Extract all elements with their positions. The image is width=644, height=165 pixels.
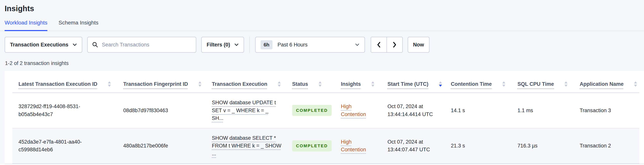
column-header-sql-cpu-time[interactable]: SQL CPU Time	[511, 71, 574, 93]
column-header-status[interactable]: Status	[286, 71, 335, 93]
sort-icon[interactable]	[634, 81, 638, 87]
tab-bar: Workload Insights Schema Insights	[0, 20, 644, 31]
column-header-application-name[interactable]: Application Name	[574, 71, 640, 93]
column-header-fingerprint-id[interactable]: Transaction Fingerprint ID	[117, 71, 206, 93]
column-header-transaction-execution[interactable]: Transaction Execution	[206, 71, 286, 93]
sort-icon[interactable]	[108, 81, 111, 87]
sort-icon[interactable]	[198, 81, 202, 87]
cell-insights: High Contention	[335, 93, 381, 128]
chevron-down-icon	[355, 43, 360, 46]
chevron-right-icon	[392, 42, 397, 48]
page-title: Insights	[4, 3, 644, 14]
results-count: 1-2 of 2 transaction insights	[5, 60, 644, 66]
filters-dropdown[interactable]: Filters (0)	[201, 37, 244, 53]
column-label: Contention Time	[451, 81, 492, 87]
transaction-insights-table: Latest Transaction Execution ID Transact…	[12, 71, 640, 164]
toolbar: Transaction Executions Filters (0) 6h Pa…	[4, 37, 640, 53]
status-badge: COMPLETED	[292, 140, 332, 151]
sort-icon[interactable]	[564, 81, 568, 87]
now-button-label: Now	[413, 42, 424, 48]
sort-icon[interactable]	[277, 81, 281, 87]
time-window-pager	[371, 37, 403, 53]
cell-latest-execution-id: 328729d2-ff19-4408-8531-b05a5b4e43c7	[12, 93, 117, 128]
column-label: Latest Transaction Execution ID	[18, 81, 98, 87]
cell-application-name: Transaction 3	[574, 93, 640, 128]
sort-icon[interactable]	[318, 81, 322, 87]
column-header-start-time[interactable]: Start Time (UTC)	[381, 71, 445, 93]
sort-icon-active-desc[interactable]	[438, 81, 442, 87]
cell-contention-time: 21.3 s	[445, 128, 511, 164]
table-row: 452da3e7-e7fa-4801-aa40-c59988d14eb6 480…	[12, 128, 640, 164]
column-label: Transaction Fingerprint ID	[123, 81, 188, 87]
chevron-down-icon	[72, 43, 77, 46]
transaction-execution-link[interactable]: SHOW database UPDATE t SET v = _ WHERE k…	[212, 100, 276, 121]
cell-sql-cpu-time: 716.3 µs	[511, 128, 574, 164]
chevron-left-icon	[377, 42, 381, 48]
tab-workload-insights[interactable]: Workload Insights	[4, 20, 48, 31]
insights-table-card: Latest Transaction Execution ID Transact…	[4, 71, 644, 164]
table-header-row: Latest Transaction Execution ID Transact…	[12, 71, 640, 93]
search-input[interactable]	[102, 42, 192, 48]
column-label: SQL CPU Time	[518, 81, 554, 87]
cell-insights: High Contention	[335, 128, 381, 164]
cell-start-time: Oct 07, 2024 at 13:44:14.4414 UTC	[381, 93, 445, 128]
cell-transaction-execution: SHOW database SELECT * FROM t WHERE k = …	[206, 128, 286, 164]
cell-contention-time: 14.1 s	[445, 93, 511, 128]
insight-link[interactable]: High Contention	[341, 138, 377, 154]
cell-start-time: Oct 07, 2024 at 13:44:07.447 UTC	[381, 128, 445, 164]
table-row: 328729d2-ff19-4408-8531-b05a5b4e43c7 08d…	[12, 93, 640, 128]
time-range-label: Past 6 Hours	[278, 42, 308, 48]
now-button[interactable]: Now	[408, 37, 430, 53]
search-box[interactable]	[87, 37, 196, 53]
column-label: Insights	[341, 81, 361, 87]
page-header: Insights	[0, 0, 644, 14]
chevron-down-icon	[234, 43, 238, 46]
column-label: Status	[292, 81, 308, 87]
search-icon	[92, 42, 98, 48]
time-range-picker[interactable]: 6h Past 6 Hours	[255, 37, 365, 53]
column-label: Application Name	[580, 81, 624, 87]
column-header-insights[interactable]: Insights	[335, 71, 381, 93]
cell-transaction-execution: SHOW database UPDATE t SET v = _ WHERE k…	[206, 93, 286, 128]
tab-schema-insights[interactable]: Schema Insights	[58, 20, 98, 31]
transaction-execution-link[interactable]: SHOW database SELECT * FROM t WHERE k = …	[212, 135, 281, 156]
filters-label: Filters (0)	[207, 42, 230, 48]
column-header-latest-execution-id[interactable]: Latest Transaction Execution ID	[12, 71, 117, 93]
toolbar-divider	[250, 37, 250, 53]
column-label: Start Time (UTC)	[388, 81, 428, 87]
cell-latest-execution-id: 452da3e7-e7fa-4801-aa40-c59988d14eb6	[12, 128, 117, 164]
insight-link[interactable]: High Contention	[341, 103, 377, 118]
cell-status: COMPLETED	[286, 93, 335, 128]
execution-type-dropdown[interactable]: Transaction Executions	[4, 37, 82, 53]
column-label: Transaction Execution	[212, 81, 267, 87]
previous-time-window-button[interactable]	[371, 37, 387, 52]
status-badge: COMPLETED	[292, 105, 332, 116]
cell-fingerprint-id: 08d8b7d97f830463	[117, 93, 206, 128]
sort-icon[interactable]	[371, 81, 375, 87]
insights-page: Insights Workload Insights Schema Insigh…	[0, 0, 644, 164]
cell-status: COMPLETED	[286, 128, 335, 164]
cell-sql-cpu-time: 1.1 ms	[511, 93, 574, 128]
next-time-window-button[interactable]	[387, 37, 402, 52]
column-header-contention-time[interactable]: Contention Time	[445, 71, 511, 93]
cell-fingerprint-id: 480a8b217be006fe	[117, 128, 206, 164]
execution-type-dropdown-label: Transaction Executions	[10, 42, 68, 48]
time-range-badge: 6h	[260, 40, 272, 49]
cell-application-name: Transaction 2	[574, 128, 640, 164]
sort-icon[interactable]	[502, 81, 506, 87]
